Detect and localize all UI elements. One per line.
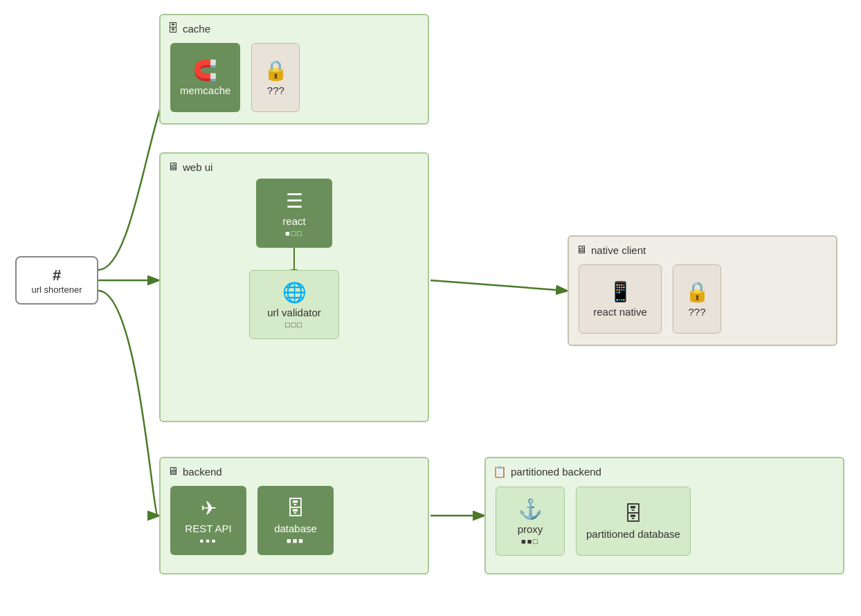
react-label: react	[282, 215, 305, 227]
url-validator-dots: □□□	[285, 320, 303, 329]
url-validator-icon: 🌐	[282, 281, 307, 304]
webui-group-label: 🖥 web ui	[167, 161, 421, 173]
rest-api-node[interactable]: ✈ REST API ●●●	[170, 486, 246, 555]
native-group-label: 🖥 native client	[576, 244, 829, 256]
cache-icon: 🗄	[167, 22, 179, 35]
proxy-icon: ⚓	[518, 498, 543, 520]
native-client-group: 🖥 native client 📱 react native 🔒 ???	[568, 235, 837, 346]
rest-api-label: REST API	[185, 523, 231, 534]
cache-unknown-label: ???	[267, 84, 284, 96]
partitioned-nodes-row: ⚓ proxy ■■□ 🗄 partitioned database	[493, 484, 836, 559]
url-shortener-label: url shortener	[32, 284, 82, 295]
partitioned-icon: 📋	[493, 465, 507, 478]
cache-unknown-node[interactable]: 🔒 ???	[251, 43, 300, 112]
native-icon: 🖥	[576, 244, 587, 256]
react-native-icon: 📱	[608, 280, 633, 303]
url-shortener-node[interactable]: # url shortener	[15, 256, 98, 305]
backend-nodes-row: ✈ REST API ●●● 🗄 database ■■■	[167, 483, 421, 558]
backend-group-label: 🖥 backend	[167, 465, 421, 478]
backend-icon: 🖥	[167, 465, 179, 478]
url-validator-node[interactable]: 🌐 url validator □□□	[249, 270, 339, 339]
rest-api-icon: ✈	[201, 497, 217, 520]
hash-icon: #	[53, 266, 61, 284]
proxy-node[interactable]: ⚓ proxy ■■□	[496, 487, 565, 556]
database-node[interactable]: 🗄 database ■■■	[257, 486, 334, 555]
proxy-label: proxy	[518, 523, 543, 535]
partitioned-backend-group: 📋 partitioned backend ⚓ proxy ■■□ 🗄 part…	[484, 457, 844, 574]
memcache-node[interactable]: 🧲 memcache	[170, 43, 240, 112]
partitioned-group-label: 📋 partitioned backend	[493, 465, 836, 478]
database-label: database	[274, 523, 317, 534]
native-lock-icon: 🔒	[685, 280, 709, 303]
webui-group: 🖥 web ui ☰ react ■□□ 🌐 url validator □□□	[159, 152, 429, 422]
backend-group: 🖥 backend ✈ REST API ●●● 🗄 database ■■■	[159, 457, 429, 574]
native-unknown-node[interactable]: 🔒 ???	[673, 264, 721, 334]
url-validator-label: url validator	[267, 307, 321, 318]
react-native-node[interactable]: 📱 react native	[579, 264, 662, 334]
partitioned-db-label: partitioned database	[586, 528, 680, 540]
svg-line-1	[430, 280, 566, 291]
cache-group: 🗄 cache 🧲 memcache 🔒 ???	[159, 14, 429, 125]
webui-icon: 🖥	[167, 161, 179, 173]
rest-api-dots: ●●●	[199, 536, 217, 545]
proxy-dots: ■■□	[521, 537, 539, 545]
cache-nodes-row: 🧲 memcache 🔒 ???	[167, 40, 421, 115]
memcache-icon: 🧲	[193, 59, 217, 82]
cache-group-label: 🗄 cache	[167, 22, 421, 35]
react-icon: ☰	[286, 190, 303, 212]
partitioned-database-node[interactable]: 🗄 partitioned database	[576, 487, 691, 556]
native-unknown-label: ???	[688, 306, 705, 318]
diagram-container: # url shortener 🗄 cache 🧲 memcache 🔒 ???…	[0, 0, 861, 616]
partitioned-db-icon: 🗄	[624, 502, 643, 525]
memcache-label: memcache	[180, 84, 230, 96]
database-dots: ■■■	[287, 536, 305, 545]
react-node[interactable]: ☰ react ■□□	[256, 179, 332, 248]
react-dots: ■□□	[285, 229, 303, 237]
react-native-label: react native	[593, 306, 647, 318]
native-nodes-row: 📱 react native 🔒 ???	[576, 262, 829, 336]
database-icon: 🗄	[286, 497, 305, 520]
cache-lock-icon: 🔒	[264, 59, 288, 82]
